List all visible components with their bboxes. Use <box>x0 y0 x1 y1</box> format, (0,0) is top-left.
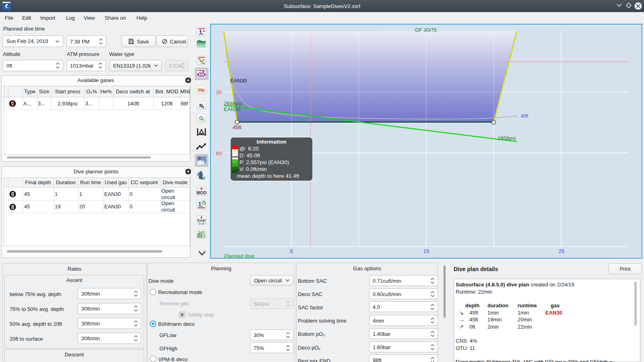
svg-text:mean depth to here 41.4ft: mean depth to here 41.4ft <box>237 173 299 179</box>
svg-text:P: 2,557psi (EAN30): P: 2,557psi (EAN30) <box>239 159 289 165</box>
svg-text:15: 15 <box>423 248 429 254</box>
svg-text:42ft: 42ft <box>521 113 528 118</box>
svg-text:Planned dive: Planned dive <box>224 253 254 259</box>
svg-text:30: 30 <box>216 89 222 95</box>
svg-text:SAC: SAC <box>198 230 205 234</box>
svg-text:D: 45.0ft: D: 45.0ft <box>239 152 260 158</box>
svg-text:5: 5 <box>290 248 293 254</box>
svg-text:EAN30: EAN30 <box>224 106 240 112</box>
svg-text:He: He <box>198 87 205 93</box>
svg-text:(...): (...) <box>199 221 204 225</box>
svg-text:2: 2 <box>202 105 204 109</box>
svg-text:2: 2 <box>202 118 204 121</box>
svg-text:60: 60 <box>216 150 222 156</box>
svg-text:EAN30: EAN30 <box>230 78 247 84</box>
svg-text:@: 6:20: @: 6:20 <box>239 146 258 152</box>
svg-text:V: 0.0ft/min: V: 0.0ft/min <box>239 166 267 172</box>
svg-text:GF 30/75: GF 30/75 <box>415 27 437 33</box>
svg-text:1658psi: 1658psi <box>497 135 516 141</box>
svg-text:45ft: 45ft <box>233 124 242 130</box>
svg-text:MOD: MOD <box>196 190 206 195</box>
svg-text:25: 25 <box>559 248 564 254</box>
svg-text:Information: Information <box>256 139 286 145</box>
